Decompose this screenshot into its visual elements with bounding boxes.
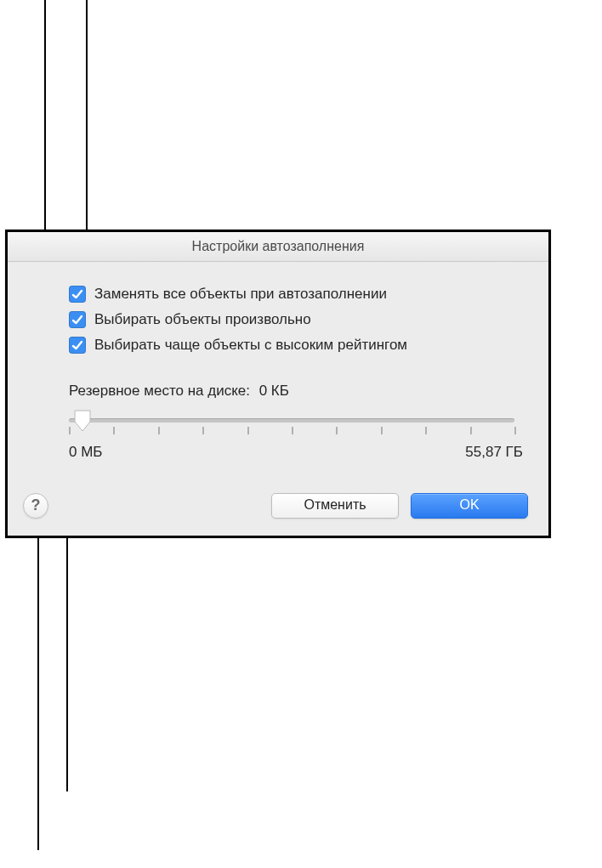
slider-track bbox=[69, 418, 514, 423]
reserve-space-label: Резервное место на диске: bbox=[69, 383, 250, 399]
check-icon[interactable] bbox=[69, 337, 86, 354]
slider-tick bbox=[292, 427, 293, 434]
slider-min-label: 0 МБ bbox=[69, 444, 103, 461]
checkbox-label: Заменять все объекты при автозаполнении bbox=[94, 286, 387, 303]
checkbox-replace-all[interactable]: Заменять все объекты при автозаполнении bbox=[69, 286, 523, 303]
slider-tick bbox=[202, 427, 204, 434]
checkbox-prefer-high-rating[interactable]: Выбирать чаще объекты с высоким рейтинго… bbox=[69, 337, 523, 354]
dialog-body: Заменять все объекты при автозаполнении … bbox=[8, 262, 548, 476]
slider-thumb-icon[interactable] bbox=[74, 410, 91, 432]
checkbox-label: Выбирать объекты произвольно bbox=[94, 311, 311, 328]
slider-tick bbox=[336, 427, 338, 434]
reserve-space-value: 0 КБ bbox=[259, 383, 289, 399]
window-title: Настройки автозаполнения bbox=[8, 232, 548, 262]
slider-tick bbox=[425, 427, 427, 434]
help-button[interactable]: ? bbox=[23, 493, 48, 519]
check-icon[interactable] bbox=[69, 311, 86, 328]
slider-tick bbox=[381, 427, 383, 434]
reserve-space-section: Резервное место на диске: 0 КБ 0 МБ 55,8… bbox=[69, 383, 523, 461]
slider-tick bbox=[470, 427, 472, 434]
checkbox-label: Выбирать чаще объекты с высоким рейтинго… bbox=[94, 337, 407, 354]
checkbox-random-select[interactable]: Выбирать объекты произвольно bbox=[69, 311, 523, 328]
slider-tick bbox=[69, 427, 71, 434]
slider-tick bbox=[158, 427, 160, 434]
dialog-window: Настройки автозаполнения Заменять все об… bbox=[5, 230, 551, 538]
ok-button[interactable]: OK bbox=[411, 493, 528, 519]
cancel-button[interactable]: Отменить bbox=[271, 493, 399, 519]
dialog-footer: ? Отменить OK bbox=[8, 476, 548, 536]
reserve-space-slider[interactable] bbox=[69, 411, 514, 439]
slider-max-label: 55,87 ГБ bbox=[465, 444, 523, 461]
slider-tick bbox=[113, 427, 115, 434]
slider-tick bbox=[514, 427, 516, 434]
check-icon[interactable] bbox=[69, 286, 86, 303]
slider-tick bbox=[247, 427, 249, 434]
